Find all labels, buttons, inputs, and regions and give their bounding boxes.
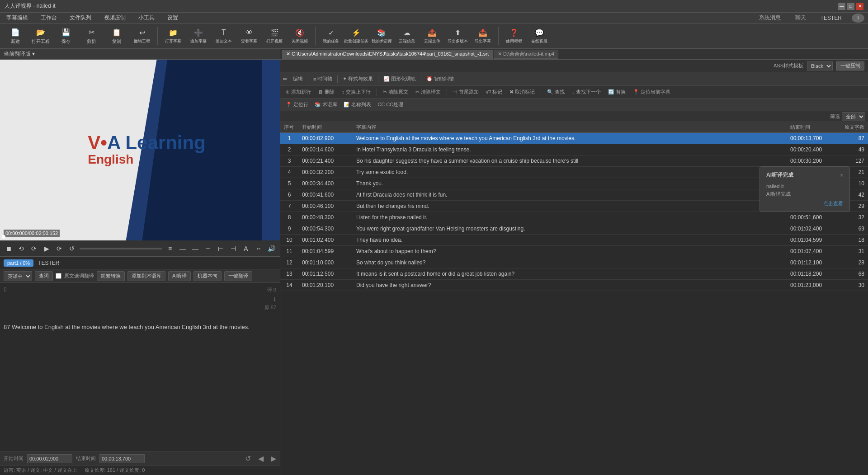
toolbar-open-subtitle[interactable]: 📁 打开字幕 bbox=[161, 25, 185, 47]
table-row[interactable]: 100:00:02,900Welcome to English at the m… bbox=[280, 133, 868, 144]
minimize-button[interactable]: — bbox=[838, 3, 845, 10]
source-translate-checkbox[interactable] bbox=[56, 273, 61, 279]
sub-prev-button[interactable]: — bbox=[178, 244, 188, 254]
next-subtitle-icon[interactable]: ▶ bbox=[271, 454, 276, 463]
table-row[interactable]: 200:00:14,600In Hotel Transylvania 3 Dra… bbox=[280, 144, 868, 155]
tab-timeline[interactable]: ≡时间轴 bbox=[311, 74, 335, 84]
menu-settings[interactable]: 设置 bbox=[165, 13, 181, 23]
tab-smart-fix[interactable]: ⏰智能纠错 bbox=[424, 74, 457, 84]
subtitle-list-button[interactable]: ≡ bbox=[165, 244, 175, 254]
fast-forward-button[interactable]: ⟳ bbox=[54, 244, 64, 254]
fast-rewind-button[interactable]: ⟳ bbox=[29, 244, 39, 254]
system-msg[interactable]: 系统消息 bbox=[759, 14, 781, 22]
replace-button[interactable]: 🔄 替换 bbox=[605, 87, 628, 97]
file-tab-srt[interactable]: ✕ C:\Users\Administrator\Downloads\ENYSJ… bbox=[282, 50, 493, 59]
menu-video-compress[interactable]: 视频压制 bbox=[101, 13, 128, 23]
add-term-button[interactable]: 添加到术语库 bbox=[127, 271, 165, 281]
sub-end-button[interactable]: ⊢ bbox=[216, 244, 226, 254]
toolbar-online-support[interactable]: 💬 在线客服 bbox=[528, 25, 551, 47]
table-row[interactable]: 1200:01:10,000So what do you think naile… bbox=[280, 257, 868, 268]
loop-subtitle-icon[interactable]: ↺ bbox=[245, 454, 251, 463]
one-key-translate-button[interactable]: 一键翻译 bbox=[224, 271, 252, 281]
toolbar-new[interactable]: 📄 新建 bbox=[4, 25, 27, 47]
table-row[interactable]: 800:00:48,300Listen for the phrase naile… bbox=[280, 212, 868, 223]
clear-trans-button[interactable]: ✂ 清除译文 bbox=[413, 87, 443, 97]
progress-bar[interactable] bbox=[80, 248, 162, 249]
rewind-button[interactable]: ⟲ bbox=[16, 244, 26, 254]
end-time-input[interactable] bbox=[99, 454, 145, 463]
table-row[interactable]: 900:00:54,300You were right great-grandf… bbox=[280, 223, 868, 235]
font-size-button[interactable]: A bbox=[241, 244, 251, 254]
toolbar-open-video[interactable]: 🎬 打开视频 bbox=[263, 25, 286, 47]
volume-button[interactable]: 🔊 bbox=[266, 244, 276, 254]
find-button[interactable]: 🔍 查找 bbox=[544, 87, 567, 97]
username[interactable]: TESTER bbox=[821, 15, 842, 21]
simple-convert-button[interactable]: 简繁转换 bbox=[97, 271, 125, 281]
toolbar-my-task[interactable]: ✓ 我的任务 bbox=[319, 25, 343, 47]
menu-workspace[interactable]: 工作台 bbox=[38, 13, 60, 23]
toolbar-help[interactable]: ❓ 使用程程 bbox=[502, 25, 526, 47]
ass-style-select[interactable]: Black bbox=[807, 61, 833, 71]
toolbar-cloud-info[interactable]: ☁ 云端信息 bbox=[395, 25, 419, 47]
clear-source-button[interactable]: ✂ 清除原文 bbox=[380, 87, 411, 97]
menu-subtitle-edit[interactable]: 字幕编辑 bbox=[4, 13, 31, 23]
add-row-button[interactable]: ⊕ 添加新行 bbox=[283, 87, 314, 97]
query-word-button[interactable]: 查词 bbox=[35, 271, 53, 281]
machine-translate-button[interactable]: 机器本句 bbox=[193, 271, 222, 281]
start-time-input[interactable] bbox=[27, 454, 72, 463]
ai-notif-link[interactable]: 点击查看 bbox=[766, 200, 843, 207]
name-list-button[interactable]: 📝 名称列表 bbox=[341, 100, 374, 110]
table-row[interactable]: 1300:01:12,500It means is it sent a post… bbox=[280, 268, 868, 280]
toolbar-cloud-file[interactable]: 📤 云端文件 bbox=[420, 25, 444, 47]
tab-graphic[interactable]: 📈图形化调轨 bbox=[381, 74, 419, 84]
toolbar-my-glossary[interactable]: 📚 我的术语库 bbox=[370, 25, 393, 47]
find-next-button[interactable]: ↓ 查找下一个 bbox=[569, 87, 604, 97]
menu-tools[interactable]: 小工具 bbox=[136, 13, 157, 23]
toolbar-export-multi[interactable]: ⬆ 导出多版本 bbox=[446, 25, 469, 47]
toolbar-append-text[interactable]: T 追加文本 bbox=[212, 25, 236, 47]
toolbar-open-project[interactable]: 📂 打开工程 bbox=[29, 25, 52, 47]
table-row[interactable]: 300:00:21,400So his daughter suggests th… bbox=[280, 155, 868, 167]
locate-current-button[interactable]: 📍 定位当前字幕 bbox=[630, 87, 673, 97]
one-click-render-button[interactable]: 一键压制 bbox=[836, 61, 864, 71]
ai-listen-button[interactable]: AI听译 bbox=[168, 271, 191, 281]
toolbar-batch-create[interactable]: ⚡ 批量创建任务 bbox=[344, 25, 368, 47]
tab-style[interactable]: ✦样式与效果 bbox=[340, 74, 376, 84]
loop-button[interactable]: ↺ bbox=[67, 244, 77, 254]
glossary-button[interactable]: 📚 术语库 bbox=[312, 100, 340, 110]
locate-row-button[interactable]: 📍 定位行 bbox=[283, 100, 311, 110]
menu-file-queue[interactable]: 文件队列 bbox=[67, 13, 94, 23]
toolbar-close-video[interactable]: 🔇 关闭视频 bbox=[288, 25, 311, 47]
prev-subtitle-icon[interactable]: ◀ bbox=[258, 454, 264, 463]
table-row[interactable]: 1000:01:02,400They have no idea.00:01:04… bbox=[280, 235, 868, 246]
stop-button[interactable]: ⏹ bbox=[4, 244, 14, 254]
toolbar-append-subtitle[interactable]: ➕ 追加字幕 bbox=[187, 25, 210, 47]
table-row[interactable]: 1400:01:20,100Did you have the right ans… bbox=[280, 280, 868, 291]
language-select[interactable]: 英译中 bbox=[4, 271, 32, 281]
toolbar-export-subtitle[interactable]: 📥 导出字幕 bbox=[471, 25, 495, 47]
swap-rows-button[interactable]: ↕ 交换上下行 bbox=[339, 87, 373, 97]
chat[interactable]: 聊天 bbox=[795, 14, 806, 22]
table-row[interactable]: 1100:01:04,599What's about to happen to … bbox=[280, 246, 868, 257]
maximize-button[interactable]: □ bbox=[847, 3, 854, 10]
toolbar-view-subtitle[interactable]: 👁 查看字幕 bbox=[237, 25, 261, 47]
sub-sync-button[interactable]: — bbox=[190, 244, 200, 254]
tab-edit[interactable]: 编辑 bbox=[290, 74, 306, 84]
append-ends-button[interactable]: ⊣ 首尾添加 bbox=[450, 87, 481, 97]
sub-start-button[interactable]: ⊣ bbox=[203, 244, 213, 254]
stretch-button[interactable]: ↔ bbox=[254, 244, 264, 254]
play-button[interactable]: ▶ bbox=[42, 244, 52, 254]
toolbar-undo-project[interactable]: ↩ 撤销工程 bbox=[130, 25, 154, 47]
toolbar-save[interactable]: 💾 保存 bbox=[54, 25, 78, 47]
unmark-button[interactable]: ✖ 取消标记 bbox=[507, 87, 538, 97]
toolbar-copy[interactable]: 📋 复制 bbox=[105, 25, 128, 47]
file-tab-mp4[interactable]: ✕ D:\合合合\nailed-it.mp4 bbox=[494, 50, 558, 59]
sub-next-button[interactable]: ⊣ bbox=[228, 244, 238, 254]
current-translation-label[interactable]: 当前翻译版 ▾ bbox=[4, 50, 35, 58]
filter-select[interactable]: 全部 bbox=[842, 112, 865, 121]
delete-button[interactable]: 🗑 删除 bbox=[316, 87, 337, 97]
toolbar-cut[interactable]: ✂ 剪切 bbox=[80, 25, 103, 47]
close-button[interactable]: ✕ bbox=[856, 3, 863, 10]
translation-text[interactable]: 87 Welcome to English at the movies wher… bbox=[4, 323, 276, 332]
mark-button[interactable]: 🏷 标记 bbox=[483, 87, 505, 97]
